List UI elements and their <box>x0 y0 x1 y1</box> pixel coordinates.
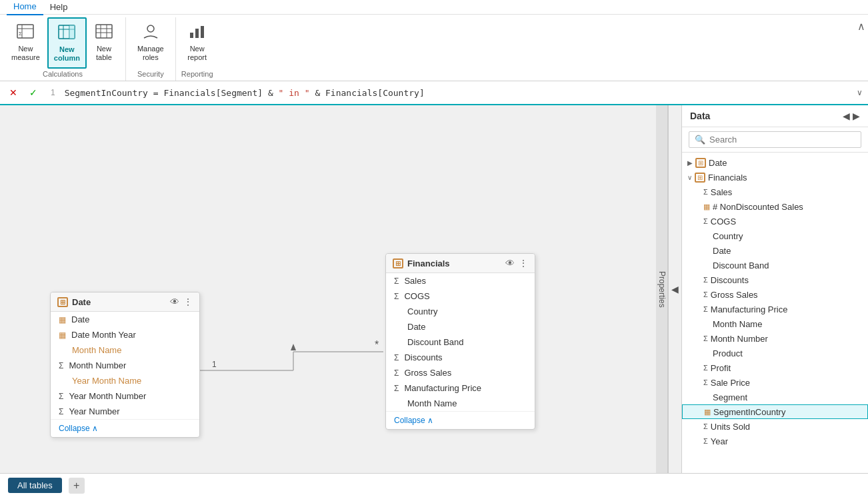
tree-fin-saleprice[interactable]: Σ Sale Price <box>682 375 868 390</box>
date-field-monthname[interactable]: Month Name <box>51 342 199 358</box>
svg-point-14 <box>147 25 154 32</box>
tree-fin-monthnumber[interactable]: Σ Month Number <box>682 331 868 346</box>
formula-content[interactable]: SegmentInCountry = Financials[Segment] &… <box>65 88 853 98</box>
fin-field-date[interactable]: Date <box>386 319 535 334</box>
financials-more-icon[interactable]: ⋮ <box>519 258 528 268</box>
financials-table-actions[interactable]: 👁 ⋮ <box>505 258 528 268</box>
date-field-yearnumber[interactable]: Σ Year Number <box>51 404 199 419</box>
fin-tree-monthnumber-icon: Σ <box>703 334 708 342</box>
bottom-bar: All tables + <box>0 473 868 497</box>
financials-collapse-label: Collapse ∧ <box>394 416 433 425</box>
ribbon-collapse-icon[interactable]: ∧ <box>857 20 865 33</box>
new-table-button[interactable]: New table <box>88 17 120 69</box>
formula-cancel-button[interactable]: ✕ <box>5 87 21 99</box>
tree-fin-year[interactable]: Σ Year <box>682 434 868 448</box>
menu-home[interactable]: Home <box>7 0 43 15</box>
date-eye-icon[interactable]: 👁 <box>170 296 179 307</box>
properties-tab[interactable]: Properties <box>656 105 668 473</box>
tree-fin-segmentincountry[interactable]: ▦ SegmentInCountry <box>682 404 868 419</box>
financials-tree-chevron[interactable]: ∨ <box>687 174 692 181</box>
date-field-date[interactable]: ▦ Date <box>51 312 199 327</box>
fin-field-grosssales[interactable]: Σ Gross Sales <box>386 365 535 380</box>
manage-roles-icon <box>141 22 160 43</box>
menu-help[interactable]: Help <box>43 0 75 15</box>
tree-fin-product[interactable]: Product <box>682 346 868 360</box>
fin-field-monthname[interactable]: Month Name <box>386 396 535 411</box>
fin-tree-nondiscount-label: # NonDiscounted Sales <box>713 202 803 212</box>
fin-tree-profit-icon: Σ <box>703 364 708 372</box>
panel-collapse-icon: ◀ <box>671 284 679 294</box>
manage-roles-button[interactable]: Manage roles <box>131 17 170 69</box>
ribbon: Σ New measure New column <box>0 15 868 81</box>
fin-mfgprice-icon: Σ <box>394 384 399 393</box>
formula-confirm-button[interactable]: ✓ <box>25 87 41 99</box>
financials-table-title: ⊞ Financials <box>393 258 450 268</box>
date-table-collapse[interactable]: Collapse ∧ <box>51 419 199 437</box>
tree-fin-country[interactable]: Country <box>682 229 868 243</box>
data-panel-arrow-right[interactable]: ▶ <box>853 111 860 121</box>
fin-tree-year-label: Year <box>711 436 728 446</box>
fin-field-mfgprice[interactable]: Σ Manufacturing Price <box>386 380 535 396</box>
new-column-label: New column <box>54 45 80 63</box>
new-table-label: New table <box>96 45 112 62</box>
fin-tree-cogs-label: COGS <box>711 217 736 227</box>
date-field-ynumber-icon: Σ <box>59 407 63 416</box>
date-table-header: ⊞ Date 👁 ⋮ <box>51 292 199 312</box>
tree-fin-discountband[interactable]: Discount Band <box>682 258 868 272</box>
tree-fin-grosssales[interactable]: Σ Gross Sales <box>682 287 868 302</box>
add-table-button[interactable]: + <box>69 478 85 494</box>
new-column-button[interactable]: New column <box>47 17 87 69</box>
ribbon-group-reporting: New report Reporting <box>176 17 219 81</box>
panel-collapse-button[interactable]: ◀ <box>668 105 681 473</box>
all-tables-button[interactable]: All tables <box>8 478 62 493</box>
svg-text:1: 1 <box>212 360 217 369</box>
data-panel-title: Data <box>690 111 710 121</box>
tree-fin-monthname[interactable]: Month Name <box>682 316 868 331</box>
svg-text:*: * <box>375 339 379 350</box>
date-field-datemonthyear[interactable]: ▦ Date Month Year <box>51 327 199 342</box>
tree-fin-discounts[interactable]: Σ Discounts <box>682 272 868 287</box>
date-field-mname-label: Month Name <box>72 345 121 355</box>
date-field-yearmonthname[interactable]: Year Month Name <box>51 373 199 388</box>
fin-tree-monthname-label: Month Name <box>713 319 762 329</box>
date-field-yearmonthnumber[interactable]: Σ Year Month Number <box>51 388 199 404</box>
fin-field-discountband[interactable]: Discount Band <box>386 334 535 350</box>
tree-date-table[interactable]: ▶ ⊞ Date <box>682 155 868 170</box>
tree-fin-mfgprice[interactable]: Σ Manufacturing Price <box>682 302 868 316</box>
security-group-label: Security <box>131 69 170 81</box>
tree-fin-segment[interactable]: Segment <box>682 390 868 404</box>
date-field-monthnumber[interactable]: Σ Month Number <box>51 358 199 373</box>
formula-expand-icon[interactable]: ∨ <box>857 88 863 97</box>
tree-fin-sales[interactable]: Σ Sales <box>682 185 868 199</box>
new-measure-button[interactable]: Σ New measure <box>5 17 46 69</box>
financials-tree-icon: ⊞ <box>695 173 705 183</box>
fin-grosssales-label: Gross Sales <box>404 368 451 378</box>
new-report-button[interactable]: New report <box>181 17 213 69</box>
canvas[interactable]: 1 * ⊞ Date 👁 ⋮ ▦ Date <box>0 105 656 473</box>
financials-eye-icon[interactable]: 👁 <box>505 258 515 268</box>
fin-field-country[interactable]: Country <box>386 304 535 319</box>
search-input[interactable] <box>709 135 855 145</box>
fin-tree-nondiscount-icon: ▦ <box>703 203 710 211</box>
date-tree-chevron[interactable]: ▶ <box>687 159 693 167</box>
fin-tree-cogs-icon: Σ <box>703 217 708 225</box>
date-field-ymnumber-icon: Σ <box>59 392 63 401</box>
date-more-icon[interactable]: ⋮ <box>183 296 193 307</box>
data-panel-arrow-left[interactable]: ◀ <box>843 111 850 121</box>
tree-financials-table[interactable]: ∨ ⊞ Financials <box>682 170 868 185</box>
tree-fin-unitssold[interactable]: Σ Units Sold <box>682 419 868 434</box>
fin-field-discounts[interactable]: Σ Discounts <box>386 350 535 365</box>
formula-bar: ✕ ✓ 1 SegmentInCountry = Financials[Segm… <box>0 81 868 105</box>
financials-table-collapse[interactable]: Collapse ∧ <box>386 411 535 429</box>
fin-tree-mfgprice-icon: Σ <box>703 305 708 313</box>
date-table-card: ⊞ Date 👁 ⋮ ▦ Date ▦ Date Month Year Mont… <box>50 292 200 438</box>
fin-tree-product-label: Product <box>713 348 743 358</box>
tree-fin-profit[interactable]: Σ Profit <box>682 360 868 375</box>
fin-field-cogs[interactable]: Σ COGS <box>386 288 535 304</box>
date-table-actions[interactable]: 👁 ⋮ <box>170 296 193 307</box>
new-table-icon <box>95 22 113 43</box>
fin-field-sales[interactable]: Σ Sales <box>386 273 535 288</box>
tree-fin-date[interactable]: Date <box>682 243 868 258</box>
tree-fin-cogs[interactable]: Σ COGS <box>682 214 868 229</box>
tree-fin-nondiscounted[interactable]: ▦ # NonDiscounted Sales <box>682 199 868 214</box>
